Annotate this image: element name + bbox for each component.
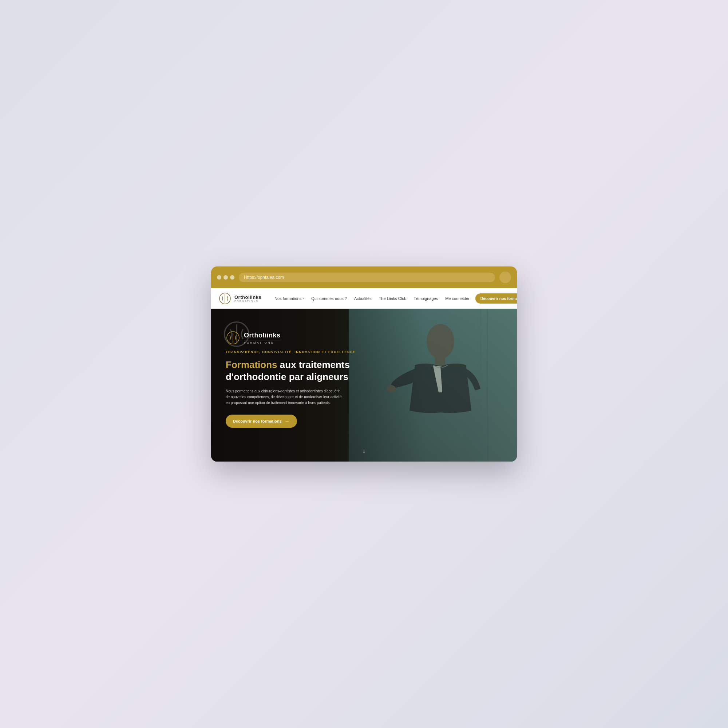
hero-title: Formations aux traitements d'orthodontie… xyxy=(226,359,357,382)
hero-title-highlight: Formations xyxy=(226,359,277,370)
nav-temoignages[interactable]: Témoignages xyxy=(411,294,441,303)
logo-name: Ortholiinks xyxy=(234,294,262,300)
hero-cta-label: Découvrir nos formations xyxy=(233,419,282,423)
dot-red xyxy=(217,275,221,280)
hero-brand-icon xyxy=(226,330,240,345)
scroll-indicator[interactable]: ↓ xyxy=(362,447,366,455)
browser-window: Https://ophtalea.com Ortholiinks FORMATI… xyxy=(211,266,517,462)
browser-dots xyxy=(217,275,234,280)
hero-description: Nous permettons aux chirurgiens-dentiste… xyxy=(226,388,342,406)
logo-text: Ortholiinks FORMATIONS xyxy=(234,294,262,303)
dot-yellow xyxy=(223,275,228,280)
svg-point-4 xyxy=(387,385,396,392)
browser-chrome: Https://ophtalea.com xyxy=(211,266,517,288)
hero-brand: Ortholiinks FORMATIONS xyxy=(226,330,357,345)
hero-brand-text: Ortholiinks FORMATIONS xyxy=(244,332,281,344)
address-bar[interactable]: Https://ophtalea.com xyxy=(239,273,495,282)
hero-brand-name: Ortholiinks xyxy=(244,332,281,339)
hero-content: Ortholiinks FORMATIONS TRANSPARENCE, CON… xyxy=(226,330,357,428)
browser-action-button[interactable] xyxy=(499,272,511,283)
logo-icon xyxy=(219,292,231,305)
logo-subtitle: FORMATIONS xyxy=(234,300,262,303)
hero-cta-button[interactable]: Découvrir nos formations → xyxy=(226,414,297,428)
nav-qui-sommes-nous[interactable]: Qui sommes nous ? xyxy=(308,294,350,303)
logo[interactable]: Ortholiinks FORMATIONS xyxy=(219,292,262,305)
navbar: Ortholiinks FORMATIONS Nos formations ▾ … xyxy=(211,288,517,309)
nav-links: Nos formations ▾ Qui sommes nous ? Actua… xyxy=(272,294,473,303)
nav-cta-button[interactable]: Découvrir nos formations xyxy=(476,294,517,304)
nav-liinks-club[interactable]: The Liinks Club xyxy=(376,294,410,303)
svg-point-2 xyxy=(427,324,454,359)
dot-green xyxy=(230,275,234,280)
hero-tagline: TRANSPARENCE, CONVIVIALITÉ, INNOVATION E… xyxy=(226,350,357,354)
hero-section: Ortholiinks FORMATIONS TRANSPARENCE, CON… xyxy=(211,309,517,462)
hero-brand-subtitle: FORMATIONS xyxy=(244,340,281,344)
nav-formations[interactable]: Nos formations ▾ xyxy=(272,294,307,303)
nav-me-connecter[interactable]: Me connecter xyxy=(442,294,473,303)
chevron-down-icon: ▾ xyxy=(303,297,304,300)
hero-person-silhouette xyxy=(346,309,499,462)
nav-actualites[interactable]: Actualités xyxy=(351,294,375,303)
arrow-right-icon: → xyxy=(284,418,290,424)
